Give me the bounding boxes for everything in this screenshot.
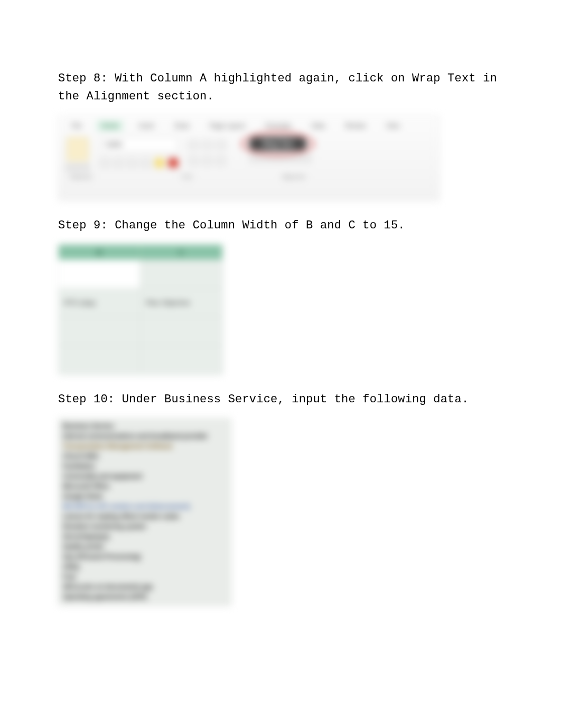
step10-screenshot: Business Service Internal communications… <box>58 418 503 606</box>
group-label-alignment: Alignment <box>282 174 305 180</box>
annotation-circle <box>241 132 314 156</box>
bold-icon[interactable] <box>100 158 109 168</box>
step8-label: Step 8: <box>58 72 115 85</box>
group-label-clipboard: Clipboard <box>69 174 92 180</box>
tab-pagelayout[interactable]: Page Layout <box>204 120 250 132</box>
tab-draw[interactable]: Draw <box>169 120 194 132</box>
list-item: Donation monitoring system <box>63 522 227 531</box>
tab-home[interactable]: Home <box>96 120 124 132</box>
list-item: Facilitation <box>63 462 227 471</box>
paste-icon[interactable] <box>67 137 89 161</box>
font-name-value: Calibri <box>105 141 123 148</box>
list-item: Commodity and equipment <box>63 472 227 481</box>
step8-body: With Column A highlighted again, click o… <box>58 72 497 103</box>
align-bottom-icon[interactable] <box>216 140 226 150</box>
list-item: MS ERP (is A/P, vendors and disbursement… <box>63 502 227 511</box>
tab-file[interactable]: File <box>66 120 87 132</box>
cell-c4[interactable] <box>141 346 222 374</box>
list-item: Utility <box>63 563 227 571</box>
list-item: SW (Locks on documents) app <box>63 583 227 591</box>
group-label-font: Font <box>182 174 192 180</box>
step8-text: Step 8: With Column A highlighted again,… <box>58 70 503 106</box>
cell-b2[interactable]: RTO (day) <box>59 289 141 317</box>
align-middle-icon[interactable] <box>202 140 212 150</box>
align-top-icon[interactable] <box>189 140 198 150</box>
ribbon-tabs: File Home Insert Draw Page Layout Formul… <box>59 116 439 135</box>
list-item: Saddle printer <box>63 542 227 551</box>
wrap-text-button[interactable]: Wrap Text <box>249 137 307 151</box>
copy-icon[interactable] <box>74 164 81 171</box>
list-item: Leisure for reading office/ vendor codes <box>63 512 227 521</box>
align-right-icon[interactable] <box>216 156 226 165</box>
cell-b1[interactable] <box>59 260 141 288</box>
step10-text: Step 10: Under Business Service, input t… <box>58 391 503 409</box>
list-item: Operating agreements (SOP) <box>63 593 227 601</box>
step10-label: Step 10: <box>58 393 122 406</box>
business-service-list: Business Service Internal communications… <box>58 418 231 606</box>
align-icons-group <box>189 137 226 165</box>
align-center-icon[interactable] <box>202 156 212 165</box>
list-item: Internal communications and broadband pr… <box>63 432 227 440</box>
column-header-c[interactable]: C <box>141 245 222 260</box>
list-item: Ops (Pinnacle Processing) <box>63 552 227 561</box>
list-item: Server/laptop(s) <box>63 532 227 541</box>
cell-c2[interactable]: Plan Objective <box>141 289 222 317</box>
tab-insert[interactable]: Insert <box>133 120 160 132</box>
table-row <box>59 317 222 346</box>
italic-icon[interactable] <box>114 158 123 168</box>
column-header-b[interactable]: B <box>59 245 141 260</box>
step8-screenshot: File Home Insert Draw Page Layout Formul… <box>58 115 503 201</box>
list-item: Transportation Management Software <box>63 442 227 450</box>
cell-b3[interactable] <box>59 317 141 346</box>
list-item: Microsoft Office <box>63 482 227 491</box>
fontcolor-icon[interactable] <box>169 158 178 168</box>
clipboard-group <box>66 137 89 171</box>
table-row <box>59 260 222 288</box>
cut-icon[interactable] <box>66 164 72 171</box>
font-name-select[interactable]: Calibri <box>100 137 178 152</box>
list-item: Business Service <box>63 422 227 430</box>
cell-c3[interactable] <box>141 317 222 346</box>
tab-review[interactable]: Review <box>340 120 371 132</box>
tab-data[interactable]: Data <box>306 120 330 132</box>
step10-body: Under Business Service, input the follow… <box>122 393 469 406</box>
tab-view[interactable]: View <box>381 120 405 132</box>
step9-screenshot: B C RTO (day) Plan Objective <box>58 244 503 375</box>
tab-formulas[interactable]: Formulas <box>260 120 297 132</box>
step9-text: Step 9: Change the Column Width of B and… <box>58 217 503 235</box>
font-group: Calibri <box>100 137 178 168</box>
list-item: Church Bills <box>63 452 227 460</box>
cell-c1[interactable] <box>141 260 222 288</box>
cell-b4[interactable] <box>59 346 141 374</box>
align-left-icon[interactable] <box>189 156 198 165</box>
table-row: RTO (day) Plan Objective <box>59 289 222 317</box>
list-item: Fuel <box>63 573 227 581</box>
fillcolor-icon[interactable] <box>155 158 164 168</box>
table-row <box>59 346 222 374</box>
step9-body: Change the Column Width of B and C to 15… <box>115 219 405 232</box>
step9-label: Step 9: <box>58 219 115 232</box>
formatpainter-icon[interactable] <box>83 164 89 171</box>
list-item: Google Sheet <box>63 492 227 501</box>
border-icon[interactable] <box>141 158 151 168</box>
underline-icon[interactable] <box>127 158 137 168</box>
